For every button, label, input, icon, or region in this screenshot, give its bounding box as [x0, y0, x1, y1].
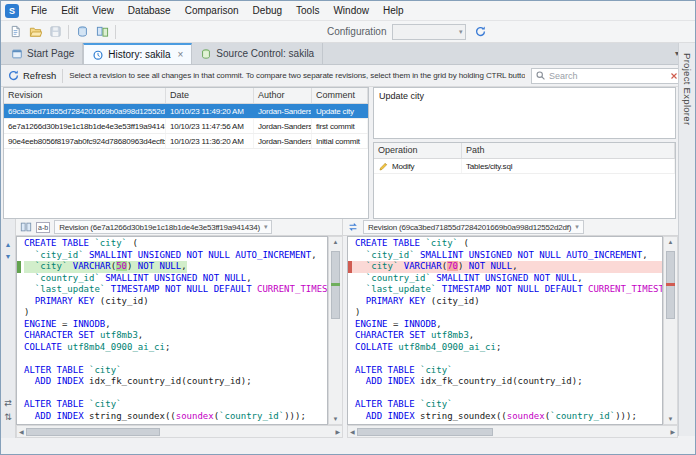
tab-source-control-sakila[interactable]: Source Control: sakila [192, 43, 323, 64]
changes-grid-body: ModifyTables/city.sql [374, 159, 675, 174]
code-line: `city_id` SMALLINT UNSIGNED NOT NULL AUT… [17, 250, 327, 262]
menu-view[interactable]: View [85, 3, 121, 18]
code-line: ADD INDEX idx_fk_country_id(country_id); [348, 376, 662, 388]
scroll-down-icon[interactable]: ▼ [329, 416, 342, 422]
open-file-button[interactable] [25, 23, 45, 41]
column-header-path[interactable]: Path [462, 143, 675, 158]
tab-label: History: sakila [108, 49, 170, 60]
schema-compare-button[interactable] [92, 23, 112, 41]
code-line [348, 388, 662, 400]
code-line [17, 388, 327, 400]
refresh-button[interactable]: Refresh [7, 69, 56, 82]
database-sync-button[interactable] [72, 23, 92, 41]
right-revision-label: Revision (69ca3bed71855d7284201669b0a998… [368, 223, 571, 232]
code-line: ) [348, 307, 662, 319]
scroll-left-icon[interactable]: ◀ [350, 429, 355, 435]
code-line: ENGINE = INNODB, [348, 319, 662, 331]
scroll-down-icon[interactable]: ▼ [664, 416, 677, 422]
revision-row[interactable]: 6e7a1266d30b19e1c18b1de4e3e53ff19a941434… [4, 119, 368, 134]
left-horizontal-scrollbar[interactable]: ◀ ▶ [16, 425, 343, 438]
left-code-pane[interactable]: CREATE TABLE `city` ( `city_id` SMALLINT… [16, 236, 328, 425]
left-revision-selector[interactable]: Revision (6e7a1266d30b19e1c18b1de4e3e53f… [54, 220, 272, 234]
code-line: `last_update` TIMESTAMP NOT NULL DEFAULT… [17, 284, 327, 296]
scrollbar-thumb[interactable] [26, 428, 161, 436]
tab-label: Source Control: sakila [216, 48, 314, 59]
scrollbar-thumb[interactable] [357, 428, 494, 436]
side-by-side-view-icon[interactable] [20, 221, 32, 233]
history-grid-header: RevisionDateAuthorComment [4, 88, 368, 104]
code-lines-left: CREATE TABLE `city` ( `city_id` SMALLINT… [17, 237, 327, 424]
menu-database[interactable]: Database [121, 3, 178, 18]
chevron-down-icon: ▾ [264, 223, 267, 231]
open-file-icon [29, 25, 42, 38]
next-difference-icon[interactable]: ▼ [5, 253, 12, 260]
code-lines-right: CREATE TABLE `city` ( `city_id` SMALLINT… [348, 237, 662, 424]
right-revision-selector[interactable]: Revision (69ca3bed71855d7284201669b0a998… [363, 220, 584, 234]
scroll-left-icon[interactable]: ◀ [19, 429, 24, 435]
inline-diff-icon[interactable]: a-b [36, 222, 50, 233]
vertical-sync-scroll-icon[interactable]: ⇅ [4, 413, 12, 422]
code-line: ALTER TABLE `city` [17, 399, 327, 411]
history-grid-body: 69ca3bed71855d7284201669b0a998d12552d2df… [4, 104, 368, 149]
diff-nav-strip: ▲ ▼ ⇄ ⇅ [1, 219, 16, 438]
previous-difference-icon[interactable]: ▲ [5, 241, 12, 248]
menu-window[interactable]: Window [326, 3, 376, 18]
code-line [348, 353, 662, 365]
comment-cell: Update city [312, 104, 368, 118]
revision-row[interactable]: 69ca3bed71855d7284201669b0a998d12552d2df… [4, 104, 368, 119]
scroll-right-icon[interactable]: ▶ [670, 429, 675, 435]
path-cell: Tables/city.sql [462, 159, 675, 173]
right-vertical-scrollbar[interactable]: ▲ ▼ [663, 236, 678, 425]
code-line: ALTER TABLE `city` [348, 365, 662, 377]
menu-file[interactable]: File [24, 3, 54, 18]
operation-cell: Modify [374, 159, 462, 173]
menu-edit[interactable]: Edit [54, 3, 85, 18]
diff-right-header: Revision (69ca3bed71855d7284201669b0a998… [343, 219, 678, 235]
swap-revisions-icon[interactable] [347, 221, 359, 233]
changes-grid-header: OperationPath [374, 143, 675, 159]
chevron-down-icon: ▾ [459, 28, 463, 36]
left-vertical-scrollbar[interactable]: ▲ ▼ [328, 236, 343, 425]
scroll-up-icon[interactable]: ▲ [664, 239, 677, 245]
close-tab-icon[interactable]: × [178, 50, 184, 60]
start-page-icon [11, 48, 23, 60]
search-input[interactable] [549, 71, 666, 81]
toolbar-left-icons [5, 23, 119, 41]
column-header-revision[interactable]: Revision [4, 88, 166, 103]
tab-history-sakila[interactable]: History: sakila× [83, 43, 192, 64]
scroll-up-icon[interactable]: ▲ [329, 239, 342, 245]
tab-start-page[interactable]: Start Page [3, 43, 83, 64]
menu-debug[interactable]: Debug [246, 3, 289, 18]
date-cell: 10/10/23 11:36:20 AM [166, 134, 254, 148]
column-header-operation[interactable]: Operation [374, 143, 462, 158]
menu-help[interactable]: Help [376, 3, 411, 18]
column-header-comment[interactable]: Comment [312, 88, 368, 103]
save-button[interactable] [45, 23, 65, 41]
column-header-date[interactable]: Date [166, 88, 254, 103]
code-line: COLLATE utf8mb4_0900_ai_ci; [348, 342, 662, 354]
code-line: `city` VARCHAR(50) NOT NULL, [17, 261, 327, 273]
commit-detail-panel: Update city OperationPath ModifyTables/c… [373, 87, 676, 219]
code-line: ENGINE = INNODB, [17, 319, 327, 331]
scroll-right-icon[interactable]: ▶ [335, 429, 340, 435]
code-line: COLLATE utf8mb4_0900_ai_ci; [17, 342, 327, 354]
revision-cell: 90e4eeb8056f8197ab0fc924d78680963d4ecfbd [4, 134, 166, 148]
column-header-author[interactable]: Author [254, 88, 312, 103]
refresh-small-button[interactable] [470, 23, 490, 41]
project-explorer-tab[interactable]: Project Explorer [678, 43, 695, 436]
right-horizontal-scrollbar[interactable]: ◀ ▶ [347, 425, 678, 438]
change-row[interactable]: ModifyTables/city.sql [374, 159, 675, 174]
configuration-combobox[interactable]: ▾ [392, 24, 466, 40]
author-cell: Jordan-Sanders [254, 119, 312, 133]
menu-tools[interactable]: Tools [289, 3, 326, 18]
revision-row[interactable]: 90e4eeb8056f8197ab0fc924d78680963d4ecfbd… [4, 134, 368, 149]
new-document-button[interactable] [5, 23, 25, 41]
revision-cell: 6e7a1266d30b19e1c18b1de4e3e53ff19a941434 [4, 119, 166, 133]
tab-label: Start Page [27, 48, 74, 59]
right-code-pane[interactable]: CREATE TABLE `city` ( `city_id` SMALLINT… [347, 236, 663, 425]
menu-comparison[interactable]: Comparison [178, 3, 246, 18]
code-line: ADD INDEX string_soundex((soundex(`count… [17, 411, 327, 423]
code-line: CHARACTER SET utf8mb3, [17, 330, 327, 342]
horizontal-sync-scroll-icon[interactable]: ⇄ [4, 399, 12, 408]
comment-cell: Initial commit [312, 134, 368, 148]
